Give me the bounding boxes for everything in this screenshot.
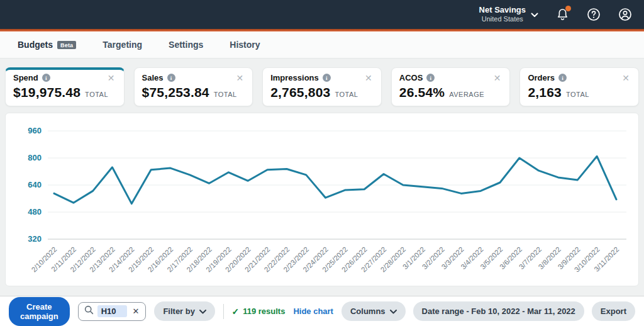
clear-search-icon[interactable]: ✕ bbox=[131, 307, 140, 315]
close-icon[interactable]: ✕ bbox=[364, 74, 374, 82]
tab-history[interactable]: History bbox=[230, 40, 260, 50]
date-range-button[interactable]: Date range - Feb 10, 2022 - Mar 11, 2022 bbox=[413, 301, 584, 321]
metric-label: ACOS bbox=[399, 73, 423, 82]
main-content: Spend i ✕ $19,975.48 TOTAL Sales i ✕ $75… bbox=[0, 59, 644, 296]
person-circle-icon bbox=[618, 8, 632, 21]
tab-bar: Budgets Beta Targeting Settings History bbox=[0, 31, 644, 59]
create-campaign-button[interactable]: Create campaign bbox=[9, 297, 70, 326]
metric-unit: TOTAL bbox=[85, 91, 108, 98]
metric-unit: AVERAGE bbox=[449, 91, 484, 98]
chevron-down-icon bbox=[531, 9, 538, 20]
metric-unit: TOTAL bbox=[214, 91, 237, 98]
filter-by-label: Filter by bbox=[163, 306, 195, 316]
question-circle-icon bbox=[587, 8, 601, 21]
info-icon[interactable]: i bbox=[323, 74, 331, 82]
tab-settings[interactable]: Settings bbox=[169, 40, 203, 50]
help-button[interactable] bbox=[586, 7, 601, 22]
account-switcher[interactable]: Net Savings United States bbox=[479, 6, 538, 23]
metric-label: Sales bbox=[142, 73, 164, 82]
spend-trend-line-chart: 3204806408009602/10/20222/11/20222/12/20… bbox=[14, 120, 630, 281]
svg-text:800: 800 bbox=[28, 153, 42, 162]
tab-history-label: History bbox=[230, 40, 260, 50]
svg-text:960: 960 bbox=[28, 126, 42, 135]
metric-value: $75,253.84 bbox=[142, 85, 209, 100]
tab-targeting[interactable]: Targeting bbox=[103, 40, 142, 50]
bottom-toolbar: Create campaign H10 ✕ Filter by ✓ 119 re… bbox=[0, 296, 644, 326]
columns-label: Columns bbox=[350, 306, 386, 316]
close-icon[interactable]: ✕ bbox=[235, 74, 245, 82]
svg-text:640: 640 bbox=[28, 180, 42, 189]
metric-value: 26.54% bbox=[399, 85, 445, 100]
tab-targeting-label: Targeting bbox=[103, 40, 142, 50]
results-count: ✓ 119 results bbox=[231, 306, 285, 317]
account-button[interactable] bbox=[618, 7, 633, 22]
search-input-value: H10 bbox=[97, 305, 128, 317]
metric-value: 2,163 bbox=[528, 85, 562, 100]
close-icon[interactable]: ✕ bbox=[106, 74, 116, 82]
info-icon[interactable]: i bbox=[42, 74, 50, 82]
svg-text:320: 320 bbox=[28, 234, 42, 244]
filter-by-button[interactable]: Filter by bbox=[154, 301, 215, 321]
search-icon bbox=[84, 305, 94, 317]
metric-card-impressions[interactable]: Impressions i ✕ 2,765,803 TOTAL bbox=[262, 67, 382, 106]
results-count-label: 119 results bbox=[243, 306, 285, 316]
account-region: United States bbox=[479, 15, 526, 23]
tab-budgets-label: Budgets bbox=[18, 40, 53, 50]
hide-chart-link[interactable]: Hide chart bbox=[293, 306, 333, 316]
search-input[interactable]: H10 ✕ bbox=[78, 302, 147, 321]
metric-unit: TOTAL bbox=[566, 91, 589, 98]
export-button[interactable]: Export bbox=[592, 301, 635, 321]
account-switcher-text: Net Savings United States bbox=[479, 6, 526, 23]
metric-unit: TOTAL bbox=[335, 91, 358, 98]
metric-card-spend[interactable]: Spend i ✕ $19,975.48 TOTAL bbox=[5, 67, 125, 106]
svg-text:480: 480 bbox=[28, 207, 42, 216]
notifications-button[interactable] bbox=[555, 7, 570, 22]
close-icon[interactable]: ✕ bbox=[621, 74, 631, 82]
chevron-down-icon bbox=[199, 306, 206, 316]
chevron-down-icon bbox=[390, 306, 397, 316]
info-icon[interactable]: i bbox=[426, 74, 435, 82]
tab-budgets[interactable]: Budgets Beta bbox=[18, 40, 76, 50]
close-icon[interactable]: ✕ bbox=[492, 74, 502, 82]
metric-card-acos[interactable]: ACOS i ✕ 26.54% AVERAGE bbox=[391, 67, 511, 106]
metric-value: 2,765,803 bbox=[270, 85, 330, 100]
beta-badge: Beta bbox=[57, 41, 76, 49]
top-header: Net Savings United States bbox=[0, 0, 644, 29]
info-icon[interactable]: i bbox=[558, 74, 567, 82]
check-icon: ✓ bbox=[231, 306, 239, 317]
info-icon[interactable]: i bbox=[167, 74, 175, 82]
app-window: Net Savings United States Bud bbox=[0, 0, 644, 326]
metric-label: Impressions bbox=[270, 73, 319, 82]
toolbar-right-group: Columns Date range - Feb 10, 2022 - Mar … bbox=[341, 301, 635, 321]
notification-dot bbox=[565, 6, 571, 11]
metric-label: Spend bbox=[13, 73, 38, 82]
metric-card-sales[interactable]: Sales i ✕ $75,253.84 TOTAL bbox=[134, 67, 253, 106]
columns-button[interactable]: Columns bbox=[341, 301, 406, 321]
tab-settings-label: Settings bbox=[169, 40, 203, 50]
metric-card-orders[interactable]: Orders i ✕ 2,163 TOTAL bbox=[519, 67, 639, 106]
account-name: Net Savings bbox=[479, 6, 526, 15]
metric-value: $19,975.48 bbox=[13, 85, 80, 100]
metric-cards-row: Spend i ✕ $19,975.48 TOTAL Sales i ✕ $75… bbox=[5, 67, 639, 106]
metric-label: Orders bbox=[528, 73, 555, 82]
trend-chart-panel: 3204806408009602/10/20222/11/20222/12/20… bbox=[5, 113, 639, 286]
